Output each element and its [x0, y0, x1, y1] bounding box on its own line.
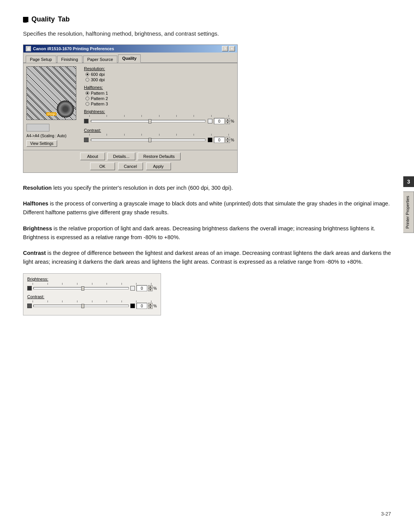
radio-pattern3-input[interactable]: [85, 102, 89, 106]
halftones-radio-group: Pattern 1 Pattern 2 Pattern 3: [84, 91, 234, 106]
contrast-slider-thumb[interactable]: [148, 138, 151, 142]
restore-defaults-button[interactable]: Restore Defaults: [138, 153, 181, 160]
contrast-label: Contrast:: [84, 128, 234, 133]
halftone-pattern2[interactable]: Pattern 2: [85, 96, 234, 101]
tab-finishing[interactable]: Finishing: [57, 56, 82, 63]
bc-diagram: Brightness: ▲ ▼ % Contrast:: [23, 273, 161, 315]
bc-brightness-track[interactable]: [33, 287, 129, 289]
titlebar-left: 🖨 Canon iR1510-1670 Printing Preferences: [26, 46, 114, 51]
resolution-radio-group: 600 dpi 300 dpi: [84, 72, 234, 82]
radio-pattern3-label: Pattern 3: [91, 102, 108, 106]
bc-contrast-spinner: ▲ ▼ %: [136, 303, 157, 309]
apply-button[interactable]: Apply: [146, 163, 171, 170]
bc-contrast-label: Contrast:: [27, 294, 157, 299]
help-button[interactable]: ?: [222, 46, 228, 51]
para-contrast: Contrast is the degree of difference bet…: [23, 249, 391, 266]
tab-strip: Page Setup Finishing Paper Source Qualit…: [23, 53, 237, 63]
heading-text: Quality: [31, 15, 55, 23]
app-icon: 🖨: [26, 46, 31, 51]
cancel-button[interactable]: Cancel: [118, 163, 143, 170]
scaling-label: A4->A4 (Scaling : Auto): [26, 134, 80, 138]
tab-paper-source[interactable]: Paper Source: [83, 56, 117, 63]
resolution-label: Resolution:: [84, 66, 234, 71]
contrast-value-input[interactable]: [214, 137, 225, 143]
contrast-unit: %: [231, 138, 234, 142]
preview-halftone: [57, 100, 74, 118]
brightness-unit: %: [231, 119, 234, 123]
bc-contrast-slider-row: ▲ ▼ %: [27, 303, 157, 309]
brightness-spinner-btns: ▲ ▼: [225, 118, 230, 124]
printer-properties-side-tab[interactable]: Printer Properties: [403, 192, 414, 233]
bc-contrast-track[interactable]: [33, 305, 129, 307]
bc-contrast-unit: %: [153, 304, 157, 308]
view-settings-button[interactable]: View Settings: [26, 140, 57, 147]
heading-bullet: ■: [23, 17, 28, 22]
bc-contrast-thumb[interactable]: [81, 304, 84, 308]
titlebar-controls: ? ×: [222, 46, 235, 51]
text-resolution: lets you specify the printer's resolutio…: [53, 185, 233, 191]
brightness-group: Brightness: ▲ ▼: [84, 109, 234, 125]
bc-contrast-down-btn[interactable]: ▼: [148, 306, 153, 309]
text-contrast: is the degree of difference between the …: [23, 250, 391, 265]
dialog-title: Canon iR1510-1670 Printing Preferences: [33, 46, 114, 51]
heading-tab-suffix: Tab: [58, 15, 70, 23]
bc-brightness-value[interactable]: [136, 285, 147, 291]
radio-600dpi-input[interactable]: [85, 72, 89, 76]
brightness-light-icon: [208, 119, 212, 123]
details-button[interactable]: Details...: [107, 153, 135, 160]
radio-300dpi-label: 300 dpi: [91, 77, 105, 82]
halftones-label: Halftones:: [84, 85, 234, 90]
bc-brightness-up-btn[interactable]: ▲: [148, 285, 153, 288]
ok-button[interactable]: OK: [90, 163, 115, 170]
text-halftones: is the process of converting a grayscale…: [23, 200, 390, 215]
halftone-pattern1[interactable]: Pattern 1: [85, 91, 234, 95]
bc-contrast-section: Contrast: ▲ ▼ %: [27, 294, 157, 309]
tab-quality[interactable]: Quality: [118, 54, 141, 63]
bc-brightness-spinner-btns: ▲ ▼: [148, 285, 153, 291]
bc-contrast-spinner-btns: ▲ ▼: [148, 303, 153, 309]
radio-pattern1-label: Pattern 1: [91, 91, 108, 95]
preview-image: 600dpi: [26, 66, 76, 120]
contrast-spinner: ▲ ▼ %: [214, 137, 234, 143]
footer-row2: OK Cancel Apply: [26, 163, 234, 170]
bc-contrast-ticks: [27, 300, 157, 302]
dialog-body: 600dpi A4->A4 (Scaling : Auto) View Sett…: [23, 63, 237, 150]
contrast-low-icon: [84, 138, 89, 142]
close-button[interactable]: ×: [229, 46, 235, 51]
radio-600dpi-label: 600 dpi: [91, 72, 105, 77]
resolution-600dpi[interactable]: 600 dpi: [85, 72, 234, 77]
contrast-group: Contrast: ▲ ▼: [84, 128, 234, 144]
brightness-value-input[interactable]: [214, 118, 225, 124]
resolution-300dpi[interactable]: 300 dpi: [85, 77, 234, 82]
brightness-slider-row: ▲ ▼ %: [84, 117, 234, 125]
bc-brightness-ticks: [27, 283, 157, 285]
contrast-decrement-btn[interactable]: ▼: [225, 140, 230, 143]
about-button[interactable]: About: [80, 153, 105, 160]
tab-page-setup[interactable]: Page Setup: [26, 56, 56, 63]
radio-300dpi-input[interactable]: [85, 78, 89, 82]
brightness-ticks: [84, 115, 234, 117]
bc-contrast-value[interactable]: [136, 303, 147, 309]
contrast-high-icon: [208, 138, 212, 142]
para-resolution: Resolution lets you specify the printer'…: [23, 184, 391, 192]
brightness-slider-track[interactable]: [91, 120, 205, 122]
radio-pattern2-input[interactable]: [85, 97, 89, 100]
bc-brightness-thumb[interactable]: [81, 286, 84, 291]
brightness-slider-thumb[interactable]: [148, 119, 151, 123]
settings-panel: Resolution: 600 dpi 300 dpi Halftones:: [84, 66, 234, 147]
bc-brightness-down-btn[interactable]: ▼: [148, 288, 153, 291]
intro-text: Specifies the resolution, halftoning met…: [23, 30, 391, 37]
radio-pattern1-input[interactable]: [85, 91, 89, 95]
para-brightness: Brightness is the relative proportion of…: [23, 224, 391, 242]
chapter-number-badge: 3: [403, 176, 414, 187]
brightness-label: Brightness:: [84, 109, 234, 114]
dialog-window: 🖨 Canon iR1510-1670 Printing Preferences…: [23, 44, 238, 173]
brightness-increment-btn[interactable]: ▲: [225, 118, 230, 121]
bc-contrast-up-btn[interactable]: ▲: [148, 303, 153, 306]
halftone-pattern3[interactable]: Pattern 3: [85, 102, 234, 106]
bc-contrast-low-icon: [27, 304, 32, 308]
bc-brightness-label: Brightness:: [27, 277, 157, 281]
contrast-slider-track[interactable]: [91, 139, 205, 141]
brightness-decrement-btn[interactable]: ▼: [225, 121, 230, 124]
contrast-increment-btn[interactable]: ▲: [225, 137, 230, 140]
